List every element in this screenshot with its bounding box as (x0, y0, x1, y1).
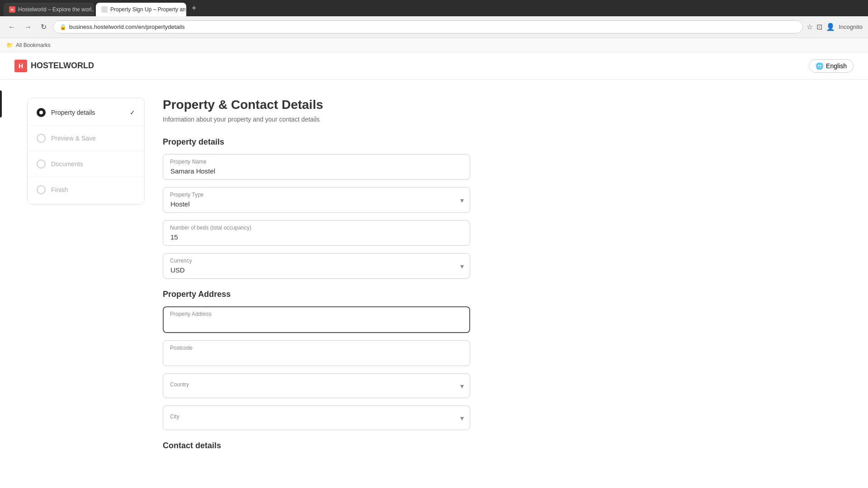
sidebar: Property details ✓ Preview & Save Docume… (27, 98, 145, 473)
extension-icon[interactable]: ⊡ (816, 23, 822, 31)
sidebar-circle-finish (37, 185, 46, 194)
sidebar-label-documents: Documents (51, 160, 83, 168)
incognito-icon: 👤 (826, 23, 835, 31)
lang-label: English (826, 62, 847, 70)
logo-text: HOSTELWORLD (31, 61, 94, 70)
sidebar-item-finish[interactable]: Finish (28, 179, 144, 201)
address-section-title: Property Address (163, 290, 470, 299)
postcode-group: Postcode (163, 340, 470, 366)
browser-tabs: H Hostelworld – Explore the worl... ✕ Pr… (0, 0, 868, 16)
lang-icon: 🌐 (816, 62, 823, 70)
tab-label-hostelworld: Hostelworld – Explore the worl... (18, 6, 94, 13)
tab-label-property: Property Sign Up – Property an... (110, 6, 186, 13)
app-header: H HOSTELWORLD 🌐 English (0, 52, 868, 80)
sidebar-item-documents[interactable]: Documents (28, 153, 144, 175)
tab-favicon-property (101, 6, 108, 13)
language-button[interactable]: 🌐 English (809, 59, 854, 73)
sidebar-label-finish: Finish (51, 186, 68, 193)
sidebar-item-property-details[interactable]: Property details ✓ (28, 102, 144, 123)
property-type-select[interactable]: Hostel Hotel Guesthouse (163, 187, 470, 213)
postcode-input[interactable] (163, 340, 470, 366)
bookmark-star-icon[interactable]: ☆ (807, 23, 813, 31)
address-input[interactable] (163, 306, 470, 333)
beds-input[interactable] (163, 220, 470, 246)
sidebar-divider-2 (28, 151, 144, 151)
new-tab-button[interactable]: + (188, 2, 200, 15)
bookmarks-bar: 📁 All Bookmarks (0, 38, 868, 52)
property-details-section-title: Property details (163, 137, 470, 147)
city-select[interactable] (163, 405, 470, 430)
sidebar-label-preview-save: Preview & Save (51, 135, 96, 142)
app-body: Property details ✓ Preview & Save Docume… (0, 80, 868, 488)
property-type-group: Property Type Hostel Hotel Guesthouse (163, 187, 470, 213)
property-name-input[interactable] (163, 154, 470, 180)
incognito-label: Incognito (839, 23, 863, 30)
tab-property[interactable]: Property Sign Up – Property an... ✕ (96, 3, 186, 16)
sidebar-label-property-details: Property details (51, 109, 95, 116)
lock-icon: 🔒 (60, 24, 66, 30)
back-button[interactable]: ← (5, 21, 18, 33)
page-subtitle: Information about your property and your… (163, 116, 470, 123)
address-group: Property Address (163, 306, 470, 333)
sidebar-divider-3 (28, 177, 144, 177)
sidebar-item-preview-save[interactable]: Preview & Save (28, 127, 144, 149)
reload-button[interactable]: ↻ (38, 21, 49, 33)
country-group: Country United States United Kingdom Rus… (163, 373, 470, 398)
left-accent (0, 90, 2, 117)
currency-group: Currency USD EUR GBP (163, 253, 470, 279)
sidebar-circle-preview-save (37, 134, 46, 143)
forward-button[interactable]: → (22, 21, 34, 33)
city-group: City (163, 405, 470, 430)
sidebar-circle-documents (37, 160, 46, 169)
contact-section-title: Contact details (163, 441, 470, 450)
tab-hostelworld[interactable]: H Hostelworld – Explore the worl... ✕ (4, 3, 94, 16)
currency-select[interactable]: USD EUR GBP (163, 253, 470, 279)
browser-toolbar: ← → ↻ 🔒 business.hostelworld.com/en/prop… (0, 16, 868, 38)
country-select[interactable]: United States United Kingdom Russia (163, 373, 470, 398)
property-name-group: Property Name (163, 154, 470, 180)
sidebar-check-property-details: ✓ (130, 109, 135, 116)
main-content: Property & Contact Details Information a… (163, 98, 470, 473)
sidebar-divider-1 (28, 125, 144, 126)
beds-group: Number of beds (total occupancy) (163, 220, 470, 246)
sidebar-card: Property details ✓ Preview & Save Docume… (27, 98, 145, 205)
url-text: business.hostelworld.com/en/propertydeta… (69, 23, 185, 30)
tab-favicon-hostelworld: H (9, 6, 15, 13)
toolbar-right: ☆ ⊡ 👤 Incognito (807, 23, 863, 31)
bookmarks-folder-icon: 📁 (6, 42, 13, 48)
sidebar-circle-property-details (37, 108, 46, 117)
logo-box: H (14, 60, 27, 72)
page-title: Property & Contact Details (163, 98, 470, 112)
bookmarks-label: All Bookmarks (16, 42, 51, 48)
address-bar[interactable]: 🔒 business.hostelworld.com/en/propertyde… (53, 20, 803, 33)
logo: H HOSTELWORLD (14, 60, 94, 72)
